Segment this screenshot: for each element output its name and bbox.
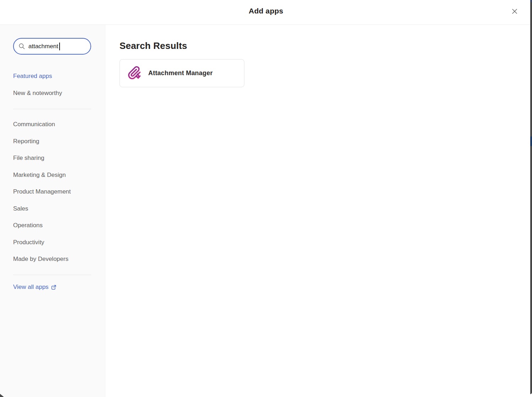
sidebar-divider bbox=[13, 275, 91, 275]
sidebar-item-new-noteworthy[interactable]: New & noteworthy bbox=[13, 89, 62, 97]
search-input[interactable]: attachment bbox=[13, 38, 91, 55]
sidebar: attachment Featured apps New & noteworth… bbox=[0, 25, 105, 397]
search-results-heading: Search Results bbox=[120, 40, 187, 51]
external-link-icon bbox=[51, 285, 56, 290]
sidebar-item-sales[interactable]: Sales bbox=[13, 205, 28, 213]
cursor-artifact bbox=[0, 394, 4, 397]
sidebar-item-operations[interactable]: Operations bbox=[13, 221, 43, 230]
sidebar-item-marketing-design[interactable]: Marketing & Design bbox=[13, 171, 66, 179]
sidebar-item-file-sharing[interactable]: File sharing bbox=[13, 154, 44, 162]
dialog-header: Add apps bbox=[0, 0, 532, 25]
search-icon bbox=[18, 43, 25, 50]
text-caret bbox=[59, 43, 60, 50]
background-window-edge-top bbox=[530, 0, 532, 2]
sidebar-item-communication[interactable]: Communication bbox=[13, 120, 55, 129]
sidebar-item-featured-apps[interactable]: Featured apps bbox=[13, 72, 52, 80]
sidebar-item-reporting[interactable]: Reporting bbox=[13, 137, 39, 146]
sidebar-item-made-by-developers[interactable]: Made by Developers bbox=[13, 255, 68, 263]
sidebar-item-product-management[interactable]: Product Management bbox=[13, 188, 71, 196]
sidebar-item-view-all-apps[interactable]: View all apps bbox=[13, 283, 56, 291]
background-window-edge bbox=[530, 0, 532, 394]
app-result-card[interactable]: Attachment Manager bbox=[120, 59, 244, 87]
search-input-value: attachment bbox=[28, 43, 58, 50]
paperclip-download-icon bbox=[127, 66, 142, 81]
dialog-title: Add apps bbox=[0, 7, 532, 15]
view-all-apps-label: View all apps bbox=[13, 283, 49, 291]
close-button[interactable] bbox=[511, 7, 519, 15]
sidebar-divider bbox=[13, 109, 91, 109]
sidebar-item-productivity[interactable]: Productivity bbox=[13, 238, 44, 247]
close-icon bbox=[511, 8, 518, 15]
main-content: Search Results Attachment Manager bbox=[105, 25, 530, 397]
background-window-edge-highlight bbox=[530, 136, 532, 146]
app-result-name: Attachment Manager bbox=[148, 69, 213, 77]
